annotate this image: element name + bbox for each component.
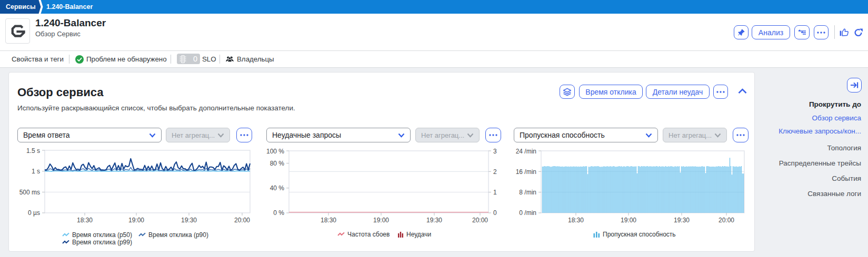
svg-text:19:30: 19:30 bbox=[674, 217, 690, 224]
svg-text:18:30: 18:30 bbox=[568, 217, 584, 224]
svg-text:40 %: 40 % bbox=[270, 184, 285, 192]
svg-text:500 ms: 500 ms bbox=[19, 189, 40, 196]
svg-text:19:00: 19:00 bbox=[621, 217, 636, 224]
svg-text:0 µs: 0 µs bbox=[28, 209, 40, 217]
svg-text:16 /min: 16 /min bbox=[516, 168, 536, 176]
svg-text:18:30: 18:30 bbox=[321, 217, 336, 224]
svg-text:19:30: 19:30 bbox=[426, 217, 442, 224]
svg-text:19:00: 19:00 bbox=[128, 217, 144, 224]
svg-text:80 %: 80 % bbox=[270, 160, 285, 167]
svg-text:1.5 s: 1.5 s bbox=[26, 148, 40, 155]
svg-text:20:00: 20:00 bbox=[472, 217, 488, 224]
svg-text:18:30: 18:30 bbox=[77, 217, 93, 224]
svg-text:1: 1 bbox=[493, 189, 497, 196]
svg-text:19:30: 19:30 bbox=[181, 217, 197, 224]
svg-text:24 /min: 24 /min bbox=[516, 148, 536, 155]
svg-text:3: 3 bbox=[493, 148, 497, 155]
svg-text:19:00: 19:00 bbox=[373, 217, 389, 224]
svg-text:100 %: 100 % bbox=[266, 148, 284, 155]
svg-text:2: 2 bbox=[493, 168, 497, 176]
svg-text:20:00: 20:00 bbox=[234, 217, 250, 224]
svg-text:0 %: 0 % bbox=[273, 209, 284, 217]
svg-text:0: 0 bbox=[493, 209, 497, 217]
svg-text:0 /min: 0 /min bbox=[519, 209, 536, 217]
svg-text:8 /min: 8 /min bbox=[519, 189, 536, 196]
svg-text:20:00: 20:00 bbox=[719, 217, 734, 224]
svg-text:1 s: 1 s bbox=[32, 168, 40, 175]
